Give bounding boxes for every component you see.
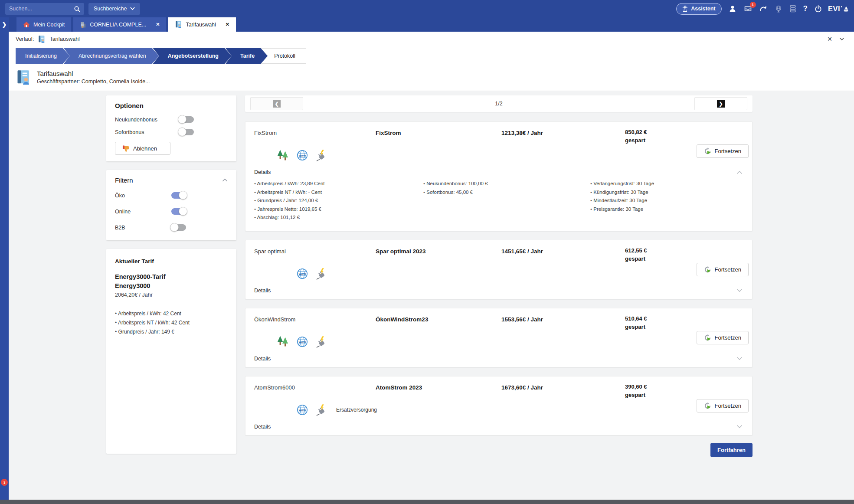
continue-button[interactable]: Fortfahren (710, 443, 753, 457)
wizard-step-initialisierung[interactable]: Initialisierung (16, 48, 70, 64)
assistant-button[interactable]: Assistent (676, 3, 721, 15)
chevron-down-icon[interactable] (839, 37, 844, 41)
chevron-left-icon: ❮ (273, 100, 281, 108)
main-area: ❮ 1/2 ❯ FixStromFixStrom1213,38€ / Jahr8… (245, 95, 753, 457)
toggle-ko[interactable] (171, 192, 186, 199)
tariff-badges: wwwErsatzversorgung (254, 403, 743, 417)
tariff-row: ÖkonWindStromÖkonWindStrom231553,56€ / J… (254, 314, 743, 331)
filter-title: Filtern (115, 177, 133, 184)
expand-panel-chevron-icon[interactable]: ❯ (0, 21, 9, 28)
current-tariff-detail: Grundpreis / Jahr: 149 € (115, 327, 228, 337)
topbar: Suchbereiche Assistent 1 ? EVI (0, 0, 854, 17)
wizard-step-tarife[interactable]: Tarife (226, 48, 268, 64)
close-icon[interactable]: ✕ (226, 22, 229, 27)
panel-alert-badge[interactable]: 1 (1, 479, 8, 486)
details-toggle[interactable]: Details (254, 356, 271, 362)
next-page-button[interactable]: ❯ (694, 97, 747, 110)
current-tariff-detail: Arbeitspreis / kWh: 42 Cent (115, 309, 228, 318)
detail-item: Jahrespreis Netto: 1019,65 € (254, 205, 423, 214)
redo-icon[interactable] (759, 5, 768, 12)
page-header-text: Tarifauswahl Geschäftspartner: Completto… (37, 70, 150, 85)
toggle-sofortbonus[interactable] (179, 129, 194, 135)
history-item[interactable]: Tarifauswahl (49, 36, 79, 42)
toggle-b2b[interactable] (171, 224, 186, 231)
toggle-online[interactable] (171, 208, 186, 215)
chevron-down-icon[interactable] (736, 288, 743, 292)
tab-cornelia-comple[interactable]: CORNELIA COMPLE...✕ (73, 17, 166, 32)
toggle-knob (170, 223, 179, 232)
svg-text:www: www (298, 154, 306, 157)
brand-dot (841, 6, 842, 7)
search-input[interactable] (9, 6, 71, 12)
eco-trees-icon (276, 149, 290, 162)
fortsetzen-button[interactable]: Fortsetzen (697, 331, 749, 344)
tariffdoc-icon (175, 21, 182, 28)
history-actions: ✕ (827, 36, 844, 43)
brand-logo: EVI (828, 5, 849, 13)
options-toggles: NeukundenbonusSofortbonus (115, 113, 228, 138)
detail-item: Abschlag: 101,12 € (254, 213, 423, 222)
history-row: Verlauf: Tarifauswahl ✕ (9, 32, 854, 46)
filter-toggles: ÖkoOnlineB2B (115, 189, 228, 234)
saved-suffix: gespart (625, 324, 645, 330)
inbox-icon[interactable]: 1 (743, 5, 753, 13)
current-tariff-detail: Arbeitspreis NT / kWh: 42 Cent (115, 318, 228, 327)
power-icon[interactable] (815, 5, 822, 13)
sailboat-icon (843, 6, 849, 12)
chevron-down-icon[interactable] (736, 425, 743, 429)
filter-head[interactable]: Filtern (115, 177, 228, 184)
toggle-knob (179, 191, 187, 200)
page-title: Tarifauswahl (37, 70, 150, 77)
detail-item: Arbeitspreis NT / kWh: - Cent (254, 188, 423, 197)
database-icon[interactable] (789, 5, 796, 13)
wizard-step-label: Protokoll (274, 53, 295, 59)
details-toggle[interactable]: Details (254, 169, 271, 175)
tab-label: Tarifauswahl (186, 22, 216, 28)
fortsetzen-button[interactable]: Fortsetzen (697, 399, 749, 412)
details-row: Details (254, 288, 743, 294)
user-icon[interactable] (729, 5, 736, 13)
online-globe-icon: www (295, 336, 309, 348)
search-scope-button[interactable]: Suchbereiche (88, 3, 140, 15)
close-icon[interactable]: ✕ (156, 22, 160, 27)
details-toggle[interactable]: Details (254, 424, 271, 430)
tab-mein-cockpit[interactable]: Mein Cockpit (16, 17, 71, 32)
fortsetzen-button[interactable]: Fortsetzen (697, 144, 749, 158)
chevron-up-icon[interactable] (222, 178, 228, 182)
reject-button[interactable]: Ablehnen (115, 142, 170, 155)
globe-user-icon[interactable] (775, 5, 782, 13)
search-box[interactable] (5, 3, 84, 15)
fortsetzen-button[interactable]: Fortsetzen (697, 263, 749, 276)
chevron-down-icon[interactable] (736, 357, 743, 360)
toggle-neukundenbonus[interactable] (179, 116, 194, 123)
wizard-step-abrechnungsvertrag-w-hlen[interactable]: Abrechnungsvertrag wählen (64, 48, 159, 64)
tariff-price: 1673,60€ / Jahr (501, 383, 625, 391)
details-toggle[interactable]: Details (254, 288, 271, 294)
details-row: Details (254, 424, 743, 430)
tariff-product: FixStrom (376, 128, 501, 136)
resume-icon (704, 147, 711, 155)
tariff-saved: 612,55 €gespart (625, 246, 712, 263)
chevron-up-icon[interactable] (736, 170, 743, 174)
tariff-price: 1451,65€ / Jahr (501, 246, 625, 255)
toggle-knob (179, 207, 187, 216)
footer-row: Fortfahren (245, 443, 753, 457)
help-icon[interactable]: ? (803, 4, 808, 13)
details-column: Arbeitspreis / kWh: 23,89 CentArbeitspre… (254, 180, 423, 222)
tariff-name: FixStrom (254, 128, 376, 136)
search-icon[interactable] (74, 6, 80, 12)
page-indicator: 1/2 (245, 101, 753, 107)
details-column: Neukundenbonus: 100,00 €Sofortbonus: 45,… (423, 180, 590, 222)
options-title: Optionen (115, 102, 228, 109)
close-icon[interactable]: ✕ (827, 36, 832, 43)
toggle-label: Neukundenbonus (115, 117, 179, 123)
wizard-step-angebotserstellung[interactable]: Angebotserstellung (153, 48, 232, 64)
detail-item: Arbeitspreis / kWh: 23,89 Cent (254, 180, 423, 188)
lighthouse-icon (682, 5, 688, 12)
badge-note: Ersatzversorgung (336, 407, 377, 413)
tariff-cards: FixStromFixStrom1213,38€ / Jahr850,82 €g… (245, 121, 753, 435)
tab-tarifauswahl[interactable]: Tarifauswahl✕ (168, 17, 236, 32)
collapsed-side-panel[interactable]: ❯ 1 (0, 17, 9, 500)
previous-page-button[interactable]: ❮ (250, 97, 303, 110)
tariff-badges: www (254, 267, 743, 281)
